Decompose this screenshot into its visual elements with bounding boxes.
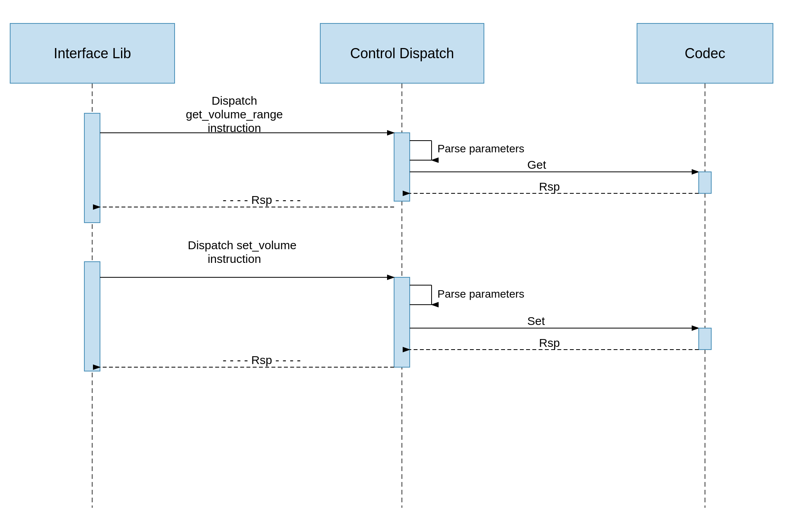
diagram-svg: Dispatch get_volume_range instruction Pa…	[0, 0, 812, 532]
activation-codec-1	[699, 172, 711, 193]
label-set: Set	[527, 314, 545, 327]
label-parse-params-1: Parse parameters	[437, 143, 525, 155]
activation-interface-lib-2	[84, 262, 100, 371]
label-dispatch: Dispatch	[212, 94, 257, 107]
label-rsp-dispatch-1: - - - - Rsp - - - -	[223, 193, 301, 206]
activation-control-dispatch-1	[394, 133, 410, 201]
label-instruction-1: instruction	[208, 121, 261, 134]
activation-control-dispatch-2	[394, 277, 410, 367]
activation-codec-2	[699, 328, 711, 350]
label-rsp-dispatch-2: - - - - Rsp - - - -	[223, 353, 301, 366]
activation-interface-lib-1	[84, 113, 100, 223]
label-rsp-codec-2: Rsp	[539, 336, 560, 349]
label-get: Get	[527, 158, 546, 171]
label-instruction-2: instruction	[208, 252, 261, 265]
sequence-diagram: Interface Lib Control Dispatch Codec	[0, 0, 812, 532]
label-rsp-codec-1: Rsp	[539, 180, 560, 193]
label-get-volume-range: get_volume_range	[186, 108, 283, 121]
label-dispatch-set-volume: Dispatch set_volume	[188, 239, 296, 252]
label-parse-params-2: Parse parameters	[437, 288, 525, 300]
